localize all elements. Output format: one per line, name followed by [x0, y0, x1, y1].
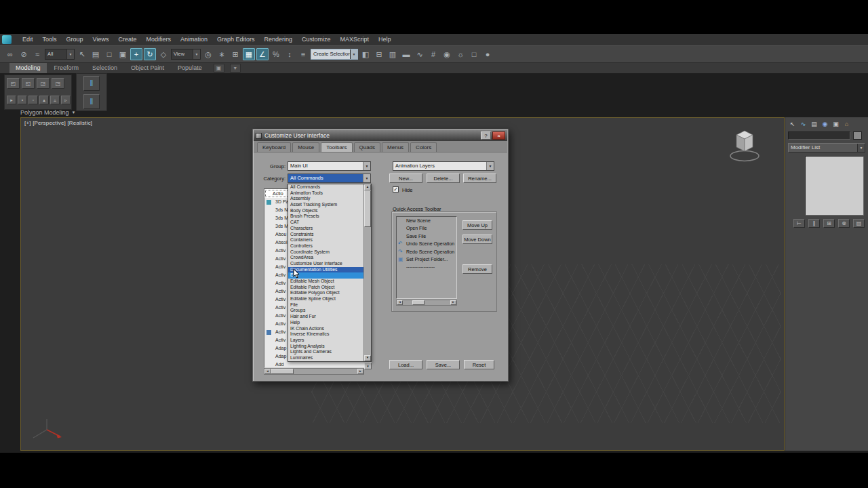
- category-option-editable-polygon-object[interactable]: Editable Polygon Object: [288, 290, 363, 296]
- rendered-frame-window-icon[interactable]: □: [468, 48, 480, 60]
- category-option-layers[interactable]: Layers: [288, 338, 363, 344]
- menu-modifiers[interactable]: Modifiers: [141, 34, 176, 45]
- quick-access-list[interactable]: New SceneOpen FileSave FileUndo Scene Op…: [396, 216, 457, 299]
- tab-freeform[interactable]: Freeform: [48, 63, 85, 73]
- app-logo-icon[interactable]: [2, 35, 12, 44]
- select-by-name-icon[interactable]: ▤: [90, 48, 102, 60]
- selection-filter-dropdown[interactable]: All▼: [45, 49, 75, 60]
- menu-animation[interactable]: Animation: [176, 34, 212, 45]
- tab-object-paint[interactable]: Object Paint: [125, 63, 170, 73]
- select-and-scale-icon[interactable]: ◇: [157, 48, 170, 60]
- reference-coordinate-dropdown[interactable]: View▼: [171, 49, 201, 60]
- category-option-asset-tracking-system[interactable]: Asset Tracking System: [288, 202, 363, 208]
- dropdown-scrollbar[interactable]: ▲ ▼: [363, 184, 371, 361]
- swift-loop-button[interactable]: ‖: [83, 76, 100, 91]
- category-option-body-objects[interactable]: Body Objects: [288, 208, 363, 214]
- category-option-characters[interactable]: Characters: [288, 226, 363, 232]
- category-option-brush-presets[interactable]: Brush Presets: [288, 214, 363, 220]
- dialog-tab-colors[interactable]: Colors: [410, 142, 437, 152]
- scroll-up-icon[interactable]: ▲: [364, 184, 371, 190]
- category-option-groups[interactable]: Groups: [288, 308, 363, 314]
- snap-toggle-icon[interactable]: ▦: [243, 48, 255, 60]
- curve-editor-icon[interactable]: ∿: [414, 48, 426, 60]
- paint-connect-button[interactable]: ‖: [83, 94, 100, 109]
- display-tab-icon[interactable]: ▣: [831, 119, 841, 128]
- menu-rendering[interactable]: Rendering: [260, 34, 298, 45]
- viewcube[interactable]: [723, 126, 766, 164]
- delete-button[interactable]: Delete...: [427, 174, 460, 183]
- category-option-cat[interactable]: CAT: [288, 220, 363, 226]
- poly-subtool-button-3[interactable]: ▫: [28, 96, 38, 104]
- named-selection-set-dropdown[interactable]: Create Selection Se▼: [311, 49, 358, 60]
- new-button[interactable]: New...: [389, 174, 422, 183]
- qat-item-set-project-folder[interactable]: Set Project Folder...▣: [397, 256, 456, 263]
- close-button[interactable]: ×: [492, 131, 505, 140]
- scroll-right-icon[interactable]: ►: [450, 300, 456, 305]
- make-unique-button[interactable]: ⊞: [823, 219, 835, 228]
- graphite-ribbon-icon[interactable]: ▬: [400, 48, 412, 60]
- poly-subtool-button-2[interactable]: ▪: [18, 96, 27, 104]
- menu-views[interactable]: Views: [88, 34, 114, 45]
- qat-item-undo-scene-operation[interactable]: Undo Scene Operation↶: [397, 240, 456, 247]
- ribbon-show-panels-icon[interactable]: ▣: [214, 64, 224, 73]
- qat-item-save-file[interactable]: Save File: [397, 232, 456, 240]
- scrollbar-track[interactable]: [294, 369, 357, 374]
- select-and-rotate-icon[interactable]: ↻: [144, 48, 156, 60]
- poly-subtool-button-1[interactable]: ▸: [7, 96, 16, 104]
- move-down-button[interactable]: Move Down: [462, 235, 492, 244]
- menu-create[interactable]: Create: [113, 34, 141, 45]
- poly-subtool-button-5[interactable]: ▵: [50, 96, 60, 104]
- scrollbar-thumb[interactable]: [412, 300, 425, 305]
- named-selection-sets-icon[interactable]: ≡: [297, 48, 309, 60]
- menu-customize[interactable]: Customize: [297, 34, 336, 45]
- poly-subtool-button-4[interactable]: ▴: [39, 96, 49, 104]
- reset-button[interactable]: Reset: [464, 360, 494, 369]
- category-option-assembly[interactable]: Assembly: [288, 196, 363, 202]
- category-option-coordinate-system[interactable]: Coordinate System: [288, 249, 363, 256]
- keyboard-override-icon[interactable]: ⊞: [229, 48, 241, 60]
- dialog-tab-keyboard[interactable]: Keyboard: [257, 142, 291, 152]
- scroll-left-icon[interactable]: ◄: [397, 300, 403, 305]
- qat-item-new-scene[interactable]: New Scene: [397, 217, 456, 224]
- tab-selection[interactable]: Selection: [86, 63, 123, 73]
- align-icon[interactable]: ⊟: [373, 48, 385, 60]
- category-option-editable-patch-object[interactable]: Editable Patch Object: [288, 285, 363, 291]
- select-and-link-icon[interactable]: ∞: [4, 48, 16, 60]
- category-option-luminaires[interactable]: Luminaires: [288, 355, 363, 361]
- create-tab-icon[interactable]: ↖: [787, 119, 797, 128]
- material-editor-icon[interactable]: ◉: [441, 48, 453, 60]
- dialog-tab-quads[interactable]: Quads: [354, 142, 381, 152]
- layer-manager-icon[interactable]: ▥: [387, 48, 399, 60]
- category-option-controllers[interactable]: Controllers: [288, 243, 363, 249]
- bind-to-space-warp-icon[interactable]: ≈: [31, 48, 43, 60]
- rectangular-selection-icon[interactable]: □: [103, 48, 115, 60]
- mirror-icon[interactable]: ◧: [359, 48, 372, 60]
- menu-group[interactable]: Group: [62, 34, 88, 45]
- poly-subtool-button-6[interactable]: ▹: [61, 96, 71, 104]
- category-option-editable-spline-object[interactable]: Editable Spline Object: [288, 296, 363, 302]
- ribbon-collapse-icon[interactable]: ▾: [230, 64, 241, 73]
- category-option-lights-and-cameras[interactable]: Lights and Cameras: [288, 349, 363, 355]
- menu-graph-editors[interactable]: Graph Editors: [212, 34, 260, 45]
- use-pivot-point-icon[interactable]: ◎: [202, 48, 214, 60]
- unlink-selection-icon[interactable]: ⊘: [18, 48, 30, 60]
- hide-checkbox[interactable]: ✓: [393, 186, 399, 192]
- category-option-hair-and-fur[interactable]: Hair and Fur: [288, 314, 363, 320]
- category-option-all-commands[interactable]: All Commands: [288, 184, 363, 190]
- utilities-tab-icon[interactable]: ⌂: [842, 119, 852, 128]
- qat-item-separator[interactable]: ------------------: [397, 263, 456, 270]
- schematic-view-icon[interactable]: #: [427, 48, 439, 60]
- select-and-manipulate-icon[interactable]: ∗: [216, 48, 228, 60]
- remove-modifier-button[interactable]: ⊗: [838, 219, 850, 228]
- dialog-tab-mouse[interactable]: Mouse: [292, 142, 319, 152]
- modifier-stack[interactable]: [805, 156, 864, 216]
- category-option-ik-chain-actions[interactable]: IK Chain Actions: [288, 326, 363, 332]
- poly-tool-button-4[interactable]: ◳: [52, 78, 64, 89]
- category-option-editable-mesh-object[interactable]: Editable Mesh Object: [288, 279, 363, 285]
- toolbar-select-dropdown[interactable]: Animation Layers ▼: [393, 161, 494, 171]
- category-option-inverse-kinematics[interactable]: Inverse Kinematics: [288, 331, 363, 338]
- modify-tab-icon[interactable]: ∿: [798, 119, 808, 128]
- qat-item-redo-scene-operation[interactable]: Redo Scene Operation↷: [397, 248, 456, 256]
- poly-tool-button-3[interactable]: ◲: [37, 78, 50, 89]
- render-production-icon[interactable]: ●: [481, 48, 494, 60]
